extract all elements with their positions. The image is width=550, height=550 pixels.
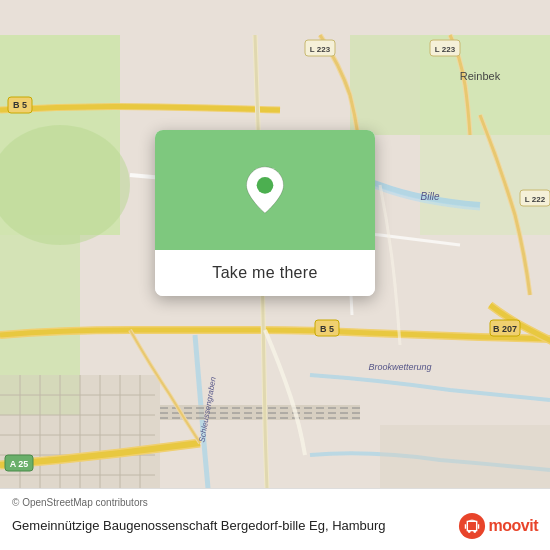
svg-text:L 223: L 223 [435,45,456,54]
map-container: B 5 B 5 L 223 L 223 L 222 B 207 A 25 Rei… [0,0,550,550]
location-name: Gemeinnützige Baugenossenschaft Bergedor… [12,518,448,535]
svg-text:B 5: B 5 [320,324,334,334]
svg-point-45 [473,530,476,533]
svg-text:Bille: Bille [421,191,440,202]
take-me-there-button[interactable]: Take me there [155,250,375,296]
svg-point-44 [467,530,470,533]
osm-credit: © OpenStreetMap contributors [12,497,538,508]
svg-text:Reinbek: Reinbek [460,70,501,82]
svg-text:L 223: L 223 [310,45,331,54]
svg-text:L 222: L 222 [525,195,546,204]
moovit-logo: moovit [458,512,538,540]
card-map-area [155,130,375,250]
moovit-icon [458,512,486,540]
moovit-text: moovit [489,517,538,535]
svg-text:A 25: A 25 [10,459,29,469]
svg-text:Brookwetterung: Brookwetterung [368,362,431,372]
bottom-bar: © OpenStreetMap contributors Gemeinnützi… [0,488,550,550]
svg-text:B 207: B 207 [493,324,517,334]
bottom-content: Gemeinnützige Baugenossenschaft Bergedor… [12,512,538,540]
svg-point-42 [257,177,274,194]
location-pin [245,165,285,215]
svg-point-43 [458,513,484,539]
svg-text:B 5: B 5 [13,100,27,110]
location-card: Take me there [155,130,375,296]
